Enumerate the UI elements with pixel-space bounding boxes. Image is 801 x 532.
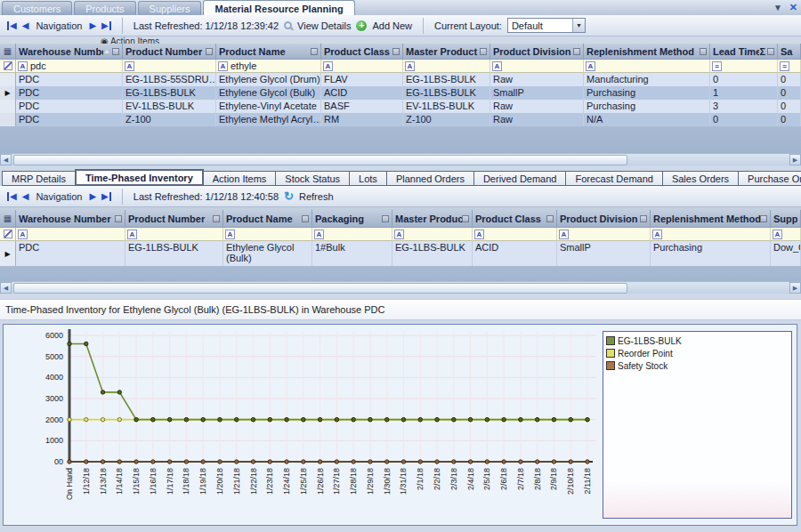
pin-icon[interactable] [213, 215, 220, 222]
table-row[interactable]: PDC Z-100 Ethylene Methyl Acryl… RM Z-10… [0, 113, 801, 126]
filter-product-number[interactable]: A [123, 60, 216, 73]
tab-planned-orders[interactable]: Planned Orders [386, 171, 474, 186]
tab-products[interactable]: Products [74, 1, 135, 15]
tab-lots[interactable]: Lots [349, 171, 387, 186]
tab-forecast-demand[interactable]: Forecast Demand [565, 171, 662, 186]
col-sa-clipped[interactable]: Sa [778, 44, 801, 60]
window-dropdown-icon[interactable]: ▼ [773, 3, 782, 12]
scroll-right-icon[interactable]: ▶ [789, 154, 801, 165]
filter-supplier[interactable]: A [771, 228, 801, 241]
grid1-horizontal-scrollbar[interactable]: ◀ ▶ [0, 153, 801, 165]
col-master-product[interactable]: Master Product [403, 44, 490, 60]
filter-master-product[interactable]: A [403, 60, 490, 73]
nav-first-button[interactable]: ◀ [7, 21, 17, 30]
filter-warehouse[interactable]: A [16, 228, 125, 241]
nav-last-button[interactable]: ▶ [101, 192, 111, 201]
tab-purchase-orders[interactable]: Purchase Orders [738, 171, 801, 186]
tab-stock-status[interactable]: Stock Status [275, 171, 350, 186]
pin-icon[interactable] [112, 48, 119, 55]
filter-product-name[interactable]: A [223, 228, 312, 241]
tab-action-items[interactable]: Action Items [203, 171, 277, 186]
filter-row-icon[interactable] [0, 60, 16, 73]
pin-icon[interactable] [311, 48, 318, 55]
col-lead-time[interactable]: Lead TimeΣ [710, 44, 778, 60]
col-product-class[interactable]: Product Class [321, 44, 403, 60]
filter-row-icon[interactable] [0, 228, 16, 241]
pin-icon[interactable] [480, 48, 487, 55]
col-warehouse-number[interactable]: Warehouse Number▲ [16, 44, 123, 60]
table-row-selected[interactable]: ▶ PDC EG-1LBS-BULK Ethylene Glycol (Bulk… [0, 241, 801, 266]
pin-icon[interactable] [462, 215, 469, 222]
filter-lead-time[interactable]: = [710, 60, 778, 73]
filter-master-product[interactable]: A [392, 228, 473, 241]
scroll-left-icon[interactable]: ◀ [0, 282, 12, 294]
col-product-number[interactable]: Product Number [123, 44, 216, 60]
window-close-icon[interactable]: ✕ [789, 2, 797, 13]
refresh-button[interactable]: Refresh [299, 191, 334, 202]
filter-product-class[interactable]: A [321, 60, 403, 73]
nav-prev-button[interactable]: ◀ [22, 21, 29, 30]
nav-last-button[interactable]: ▶ [101, 21, 111, 30]
filter-product-division[interactable]: A [557, 228, 651, 241]
nav-prev-button[interactable]: ◀ [22, 192, 29, 201]
add-new-button[interactable]: Add New [372, 20, 412, 31]
pin-icon[interactable] [573, 48, 580, 55]
pin-icon[interactable] [115, 215, 122, 222]
clipped-action-items-radio[interactable]: ◉ Action Items [101, 36, 207, 44]
scroll-right-icon[interactable]: ▶ [789, 282, 801, 294]
col-master-product[interactable]: Master Product [392, 210, 473, 228]
pin-icon[interactable] [767, 48, 774, 55]
nav-first-button[interactable]: ◀ [7, 192, 17, 201]
filter-replenishment[interactable]: A [651, 228, 771, 241]
combo-dropdown-icon[interactable]: ▼ [572, 19, 585, 32]
col-replenishment-method[interactable]: Replenishment Method [584, 44, 710, 60]
nav-next-button[interactable]: ▶ [89, 21, 96, 30]
tab-material-resource-planning[interactable]: Material Resource Planning [203, 0, 354, 15]
tab-mrp-details[interactable]: MRP Details [2, 171, 76, 186]
filter-product-class[interactable]: A [473, 228, 557, 241]
tab-time-phased-inventory[interactable]: Time-Phased Inventory [75, 169, 204, 186]
pin-icon[interactable] [700, 48, 707, 55]
pin-icon[interactable] [382, 215, 389, 222]
col-product-class[interactable]: Product Class [473, 210, 557, 228]
col-warehouse-number[interactable]: Warehouse Number [16, 210, 125, 228]
col-product-division[interactable]: Product Division [557, 210, 651, 228]
filter-warehouse[interactable]: Apdc [16, 60, 123, 73]
filter-product-number[interactable]: A [125, 228, 223, 241]
table-row-selected[interactable]: ▶ PDC EG-1LBS-BULK Ethylene Glycol (Bulk… [0, 86, 801, 100]
col-product-name[interactable]: Product Name [223, 210, 312, 228]
col-supplier-clipped[interactable]: Supplier [771, 210, 801, 228]
table-row[interactable]: PDC EV-1LBS-BULK Ethylene-Vinyl Acetate … [0, 100, 801, 113]
pin-icon[interactable] [206, 48, 213, 55]
col-product-number[interactable]: Product Number [125, 210, 223, 228]
scroll-thumb[interactable] [13, 283, 627, 294]
grid2-horizontal-scrollbar[interactable]: ◀ ▶ [0, 281, 801, 294]
layout-combobox[interactable]: Default ▼ [507, 18, 586, 33]
sigma-icon[interactable]: Σ [759, 46, 765, 57]
scroll-thumb[interactable] [13, 155, 627, 165]
col-packaging[interactable]: Packaging [312, 210, 392, 228]
tab-customers[interactable]: Customers [2, 1, 72, 15]
col-product-division[interactable]: Product Division [490, 44, 584, 60]
filter-sa[interactable]: = [778, 60, 801, 73]
grid-settings-icon[interactable]: ▦ [0, 210, 16, 228]
tab-suppliers[interactable]: Suppliers [138, 1, 202, 15]
filter-product-division[interactable]: A [490, 60, 584, 73]
filter-packaging[interactable]: A [312, 228, 392, 241]
tab-derived-demand[interactable]: Derived Demand [473, 171, 567, 186]
nav-next-button[interactable]: ▶ [89, 192, 96, 201]
pin-icon[interactable] [546, 215, 554, 222]
tab-sales-orders[interactable]: Sales Orders [662, 171, 739, 186]
pin-icon[interactable] [392, 48, 400, 55]
pin-icon[interactable] [760, 215, 767, 222]
pin-icon[interactable] [302, 215, 309, 222]
view-details-button[interactable]: View Details [297, 20, 351, 31]
col-replenishment-method[interactable]: Replenishment Method [651, 210, 771, 228]
scroll-left-icon[interactable]: ◀ [0, 154, 12, 165]
table-row[interactable]: PDC EG-1LBS-55SDRU… Ethylene Glycol (Dru… [0, 73, 801, 86]
pin-icon[interactable] [640, 215, 647, 222]
col-product-name[interactable]: Product Name [216, 44, 321, 60]
grid-settings-icon[interactable]: ▦ [0, 44, 16, 60]
filter-product-name[interactable]: Aethyle [216, 60, 321, 73]
filter-replenishment[interactable]: A [584, 60, 710, 73]
